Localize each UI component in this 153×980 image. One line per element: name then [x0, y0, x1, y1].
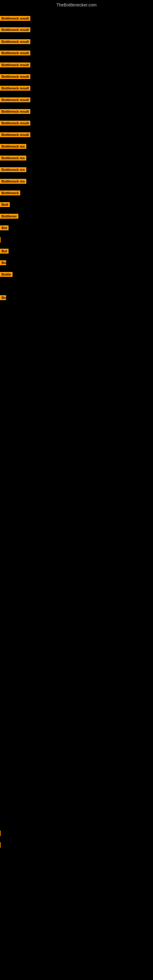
bottleneck-badge[interactable]: Bottleneck res: [0, 156, 26, 161]
bottleneck-badge[interactable]: Bottleneck result: [0, 97, 30, 102]
bottleneck-badge[interactable]: Bottleneck result: [0, 16, 30, 21]
bottleneck-badge[interactable]: Bottleneck result: [0, 109, 30, 114]
bottleneck-badge[interactable]: Bot: [0, 225, 9, 230]
bottleneck-badge[interactable]: Bottleneck result: [0, 74, 30, 79]
bottleneck-badge[interactable]: Bo: [0, 260, 6, 265]
left-border-indicator: [0, 237, 1, 243]
bottleneck-badge[interactable]: Bottleneck result: [0, 86, 30, 91]
left-border-indicator: [0, 830, 1, 836]
bottleneck-badge[interactable]: Bottleneck result: [0, 132, 30, 137]
bottleneck-badge[interactable]: Bottleneck res: [0, 144, 26, 149]
bottleneck-badge[interactable]: Bo: [0, 295, 6, 300]
left-border-indicator: [0, 842, 1, 848]
bottleneck-badge[interactable]: Bottleneck result: [0, 27, 30, 32]
bottleneck-badge[interactable]: Bottlenec: [0, 214, 18, 219]
bottleneck-badge[interactable]: Bottleneck: [0, 191, 20, 196]
bottleneck-badge[interactable]: Bottleneck result: [0, 51, 30, 56]
bottleneck-badge[interactable]: Bott: [0, 202, 10, 207]
bottleneck-badge[interactable]: Bottleneck result: [0, 121, 30, 126]
bottleneck-badge[interactable]: Bottleneck res: [0, 167, 26, 172]
bottleneck-badge[interactable]: Bot: [0, 249, 9, 254]
bottleneck-badge[interactable]: Bottleneck res: [0, 179, 26, 184]
site-title: TheBottlenecker.com: [0, 0, 153, 10]
bottleneck-badge[interactable]: Bottleneck result: [0, 62, 30, 67]
bottleneck-badge[interactable]: Bottle: [0, 272, 13, 277]
bottleneck-badge[interactable]: Bottleneck result: [0, 39, 30, 44]
